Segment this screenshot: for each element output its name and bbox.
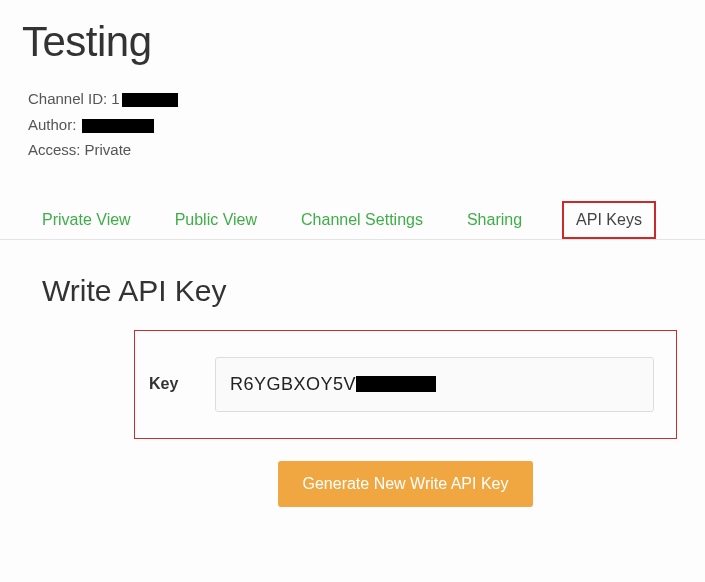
access-value: Private (85, 137, 132, 163)
channel-id-value: 1 (111, 86, 177, 112)
tab-public-view[interactable]: Public View (171, 201, 261, 239)
key-label: Key (135, 375, 215, 393)
tab-channel-settings[interactable]: Channel Settings (297, 201, 427, 239)
author-row: Author: (28, 112, 705, 138)
tab-api-keys[interactable]: API Keys (562, 201, 656, 239)
redacted-icon (82, 119, 154, 133)
tabs: Private View Public View Channel Setting… (0, 201, 705, 240)
redacted-icon (122, 93, 178, 107)
channel-id-prefix: 1 (111, 90, 119, 107)
author-label: Author: (28, 112, 76, 138)
channel-id-row: Channel ID: 1 (28, 86, 705, 112)
button-row: Generate New Write API Key (134, 461, 677, 507)
author-value (80, 112, 154, 138)
access-label: Access: (28, 137, 81, 163)
write-api-key-section: Write API Key Key R6YGBXOY5V Generate Ne… (0, 274, 705, 507)
page-title: Testing (22, 18, 705, 66)
channel-id-label: Channel ID: (28, 86, 107, 112)
channel-meta: Channel ID: 1 Author: Access: Private (28, 86, 705, 163)
access-row: Access: Private (28, 137, 705, 163)
key-input[interactable]: R6YGBXOY5V (215, 357, 654, 412)
redacted-icon (356, 376, 436, 392)
key-value-visible: R6YGBXOY5V (230, 374, 356, 395)
tab-private-view[interactable]: Private View (38, 201, 135, 239)
section-title: Write API Key (42, 274, 705, 308)
tab-sharing[interactable]: Sharing (463, 201, 526, 239)
generate-key-button[interactable]: Generate New Write API Key (278, 461, 532, 507)
key-panel: Key R6YGBXOY5V (134, 330, 677, 439)
